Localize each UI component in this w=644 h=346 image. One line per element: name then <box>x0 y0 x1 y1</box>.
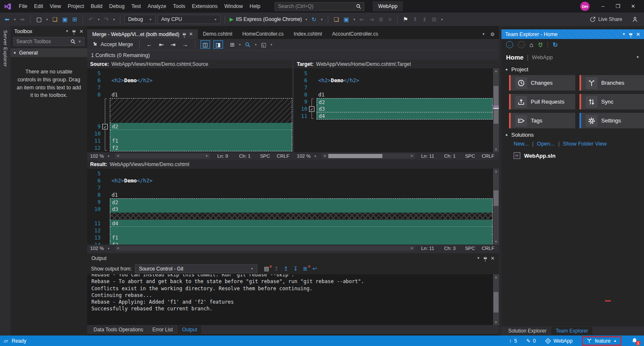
refresh-icon[interactable]: ↻ <box>553 41 558 49</box>
menu-help[interactable]: Help <box>246 1 264 11</box>
result-layout-icon[interactable]: ◱ <box>260 42 267 48</box>
link-show-folder-view[interactable]: Show Folder View <box>563 140 607 147</box>
scroll-down-icon[interactable]: ▼ <box>493 148 499 151</box>
close-icon[interactable]: ✕ <box>189 31 193 37</box>
result-horizontal-scrollbar[interactable]: ◄► <box>115 246 415 251</box>
tile-sync[interactable]: Sync <box>579 94 644 109</box>
last-conflict-button[interactable]: ⇥ <box>169 41 178 48</box>
bookmark-icon[interactable]: ⚑ <box>402 16 410 23</box>
forward-icon[interactable]: → <box>518 41 525 48</box>
comment-icon[interactable]: ≣ <box>377 16 385 23</box>
tab-merge[interactable]: Merge - WebApp/Vi...et (both modified) ✕ <box>87 29 198 39</box>
panel-menu-icon[interactable]: ▼ <box>622 32 626 36</box>
code-line[interactable]: 7 <box>294 84 493 91</box>
open-file-icon[interactable]: ❏ <box>51 16 59 23</box>
compare-files-icon[interactable] <box>244 42 251 47</box>
code-line[interactable]: 10✓d3 <box>294 105 493 112</box>
pin-icon[interactable] <box>183 33 186 35</box>
restore-channel-icon[interactable]: ▱ <box>4 338 8 344</box>
quick-search-box[interactable]: Search (Ctrl+Q) <box>275 2 364 11</box>
source-code-pane[interactable]: 56<h2>Demo</h2>78d19✓d21011f112f2 <box>87 68 292 152</box>
repository-button[interactable]: WebApp <box>545 338 573 344</box>
output-source-dropdown[interactable]: Source Control - Git▼ <box>135 264 257 273</box>
uncomment-icon[interactable]: ≡ <box>387 16 393 23</box>
menu-build[interactable]: Build <box>87 1 106 11</box>
find-in-files-icon[interactable]: ❏ <box>332 16 340 23</box>
tab-index-cshtml[interactable]: Index.cshtml <box>289 29 327 39</box>
minimize-button[interactable]: – <box>595 1 610 11</box>
pin-icon[interactable] <box>73 30 75 32</box>
code-line[interactable]: 6<h2>Demo</h2> <box>87 77 292 84</box>
code-line[interactable]: 10d3 <box>87 206 493 213</box>
pin-icon[interactable] <box>484 257 487 259</box>
menu-view[interactable]: View <box>47 1 65 11</box>
view-title[interactable]: Home <box>506 54 524 61</box>
next-conflict-button[interactable]: → <box>180 41 190 48</box>
tile-pull-requests[interactable]: Pull Requests <box>509 94 575 109</box>
view-switcher-icon[interactable]: ▼ <box>636 55 639 59</box>
pending-edits-button[interactable]: ✎ 0 <box>526 338 536 344</box>
undo-dropdown-icon[interactable]: ▼ <box>97 18 101 21</box>
tab-error-list[interactable]: Error List <box>148 325 177 334</box>
code-line[interactable]: 7 <box>87 184 493 191</box>
code-line[interactable]: 8d1 <box>87 91 292 98</box>
code-line[interactable]: 10 <box>87 130 292 137</box>
word-wrap-icon[interactable]: ↩ <box>311 265 318 272</box>
tab-accountcontroller-cs[interactable]: AccountController.cs <box>327 29 383 39</box>
menu-extensions[interactable]: Extensions <box>189 1 221 11</box>
navigate-forward-icon[interactable]: ➡ <box>19 16 26 23</box>
clear-all-icon[interactable]: ≣ <box>301 265 309 272</box>
scrollbar-thumb[interactable] <box>493 190 499 206</box>
live-share-button[interactable]: Live Share <box>589 16 622 23</box>
browser-link-icon[interactable]: ▣ <box>342 16 350 23</box>
current-branch-button[interactable]: feature ▲ <box>582 336 621 346</box>
code-line[interactable]: 14f2 <box>87 241 493 245</box>
code-line[interactable]: 6<h2>Demo</h2> <box>87 177 493 184</box>
tile-settings[interactable]: Settings <box>579 113 644 128</box>
target-vertical-scrollbar[interactable]: ▲ ▼ <box>493 68 499 152</box>
code-line[interactable] <box>87 98 292 123</box>
code-line[interactable]: 8d1 <box>294 91 493 98</box>
goto-previous-message-icon[interactable]: ↥ <box>273 265 280 272</box>
close-icon[interactable]: ✕ <box>79 29 83 34</box>
tile-changes[interactable]: Changes <box>509 75 575 91</box>
code-line[interactable]: 9✓d2 <box>87 123 292 130</box>
solution-platform-dropdown[interactable]: Any CPU▼ <box>158 15 221 24</box>
previous-bookmark-icon[interactable]: ⇞ <box>411 16 419 23</box>
code-line[interactable]: 11f1 <box>87 137 292 144</box>
code-line[interactable]: 9d2 <box>87 198 493 206</box>
link-open[interactable]: Open... <box>537 140 555 147</box>
toolbox-search-input[interactable]: Search Toolbox ▼ <box>13 37 85 46</box>
three-way-view-toggle[interactable]: ◨ <box>213 40 223 49</box>
scroll-up-icon[interactable]: ▲ <box>493 275 499 279</box>
notifications-button[interactable]: 1 <box>631 338 638 344</box>
menu-edit[interactable]: Edit <box>31 1 47 11</box>
code-line[interactable]: 6<h2>Demo</h2> <box>294 77 493 84</box>
find-message-in-code-icon[interactable]: ▤ <box>262 265 270 272</box>
next-bookmark-icon[interactable]: ⇟ <box>421 16 428 23</box>
tab-demo-cshtml[interactable]: Demo.cshtml <box>198 29 237 39</box>
tab-data-tools-operations[interactable]: Data Tools Operations <box>89 325 148 334</box>
scroll-down-icon[interactable]: ▼ <box>493 320 499 324</box>
outgoing-commits-button[interactable]: ↑ 5 <box>509 338 517 344</box>
send-feedback-icon[interactable] <box>632 16 638 23</box>
indent-decrease-icon[interactable]: ⇤ <box>358 16 366 23</box>
menu-tools[interactable]: Tools <box>170 1 189 11</box>
code-line[interactable]: 7 <box>87 84 292 91</box>
editor-options-gear-icon[interactable]: ⚙ <box>490 31 495 37</box>
code-line[interactable]: 13f1 <box>87 234 493 241</box>
tab-output[interactable]: Output <box>178 325 201 334</box>
solution-configuration-dropdown[interactable]: Debug▼ <box>125 15 156 24</box>
search-options-icon[interactable]: ▼ <box>78 40 81 44</box>
first-conflict-button[interactable]: ⇤ <box>157 41 166 48</box>
new-file-icon[interactable]: ▢ <box>35 16 43 23</box>
home-icon[interactable]: ⌂ <box>530 41 533 48</box>
scrollbar-thumb[interactable] <box>493 86 499 124</box>
goto-first-message-icon[interactable]: ↧ <box>292 265 299 272</box>
menu-window[interactable]: Window <box>221 1 246 11</box>
start-debugging-button[interactable]: ▶ IIS Express (Google Chrome) ▼ <box>229 16 308 22</box>
accept-merge-button[interactable]: Accept Merge <box>91 42 135 47</box>
tab-homecontroller-cs[interactable]: HomeController.cs <box>237 29 289 39</box>
code-line[interactable]: 5 <box>87 170 493 177</box>
two-way-view-toggle[interactable]: ◫ <box>200 40 210 49</box>
